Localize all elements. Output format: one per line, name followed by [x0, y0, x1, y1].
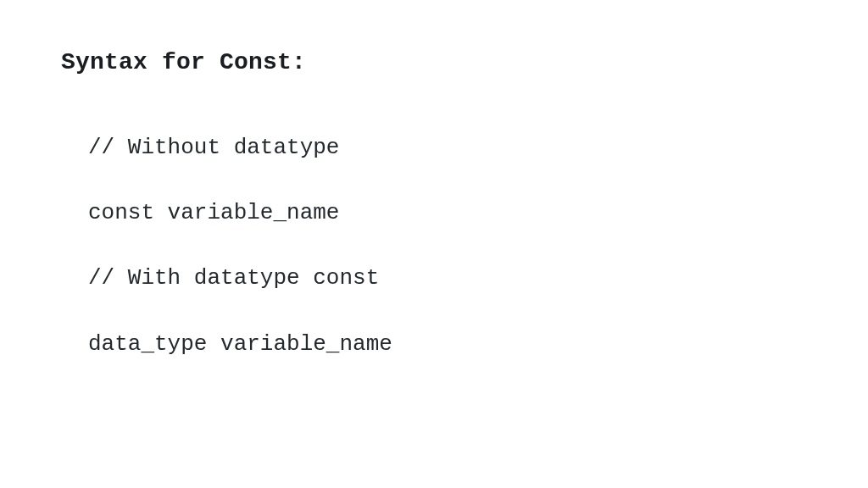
code-syntax-without: const variable_name	[88, 200, 807, 226]
code-syntax-with: data_type variable_name	[88, 331, 807, 358]
code-comment-without: // Without datatype	[88, 135, 807, 161]
code-block: // Without datatype const variable_name …	[61, 135, 807, 358]
page-title: Syntax for Const:	[61, 49, 807, 75]
code-comment-with: // With datatype const	[88, 265, 807, 291]
